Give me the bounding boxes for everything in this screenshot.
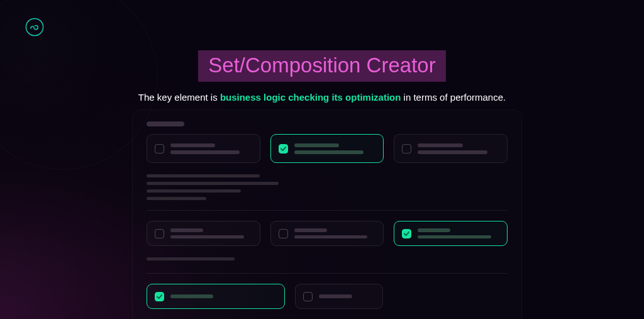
option-card[interactable]	[394, 221, 508, 246]
skeleton-line	[170, 228, 203, 232]
card-row-2	[147, 221, 508, 246]
svg-point-0	[26, 18, 43, 35]
checkbox[interactable]	[279, 229, 288, 238]
app-logo	[25, 18, 44, 36]
skeleton-line	[170, 150, 240, 154]
option-card[interactable]	[147, 221, 260, 246]
skeleton-line	[147, 257, 235, 260]
skeleton-line	[170, 143, 215, 147]
subline-after: in terms of performance.	[401, 92, 506, 103]
card-row-3	[147, 284, 508, 309]
check-icon	[280, 146, 286, 152]
skeleton-line	[147, 189, 241, 193]
decorative-circle-2	[0, 231, 101, 319]
subline-highlight: business logic checking its optimization	[220, 92, 401, 103]
skeleton-line	[418, 150, 487, 154]
checkbox[interactable]	[279, 144, 288, 154]
skeleton-line	[147, 197, 206, 200]
cloud-loop-icon	[25, 18, 44, 36]
check-icon	[404, 231, 409, 237]
wireframe-panel	[132, 109, 522, 319]
option-card[interactable]	[147, 134, 260, 163]
skeleton-line	[418, 228, 450, 232]
checkbox[interactable]	[155, 229, 164, 238]
card-row-1	[147, 134, 508, 163]
page-subline: The key element is business logic checki…	[121, 91, 523, 105]
skeleton-line	[294, 143, 339, 147]
skeleton-line	[147, 174, 260, 177]
page-title: Set/Composition Creator	[198, 50, 445, 82]
skeleton-line	[294, 235, 368, 238]
skeleton-line	[294, 150, 364, 154]
checkbox[interactable]	[303, 292, 313, 301]
option-card[interactable]	[295, 284, 383, 309]
option-card[interactable]	[270, 221, 384, 246]
paragraph-skeleton	[147, 174, 508, 200]
skeleton-line	[294, 228, 327, 232]
checkbox[interactable]	[155, 292, 164, 301]
skeleton-line	[418, 143, 462, 147]
skeleton-line	[147, 182, 279, 185]
skeleton-line	[170, 235, 244, 238]
check-icon	[157, 294, 162, 299]
subline-before: The key element is	[138, 92, 220, 103]
divider	[147, 210, 508, 211]
option-card[interactable]	[270, 134, 384, 163]
skeleton-line	[170, 294, 213, 298]
checkbox[interactable]	[402, 144, 411, 154]
option-card[interactable]	[147, 284, 285, 309]
skeleton-line	[319, 294, 352, 298]
section-label-skeleton	[147, 121, 184, 126]
skeleton-line	[418, 235, 491, 238]
divider	[147, 273, 508, 274]
checkbox[interactable]	[155, 144, 164, 154]
checkbox[interactable]	[402, 229, 411, 238]
option-card[interactable]	[394, 134, 508, 163]
